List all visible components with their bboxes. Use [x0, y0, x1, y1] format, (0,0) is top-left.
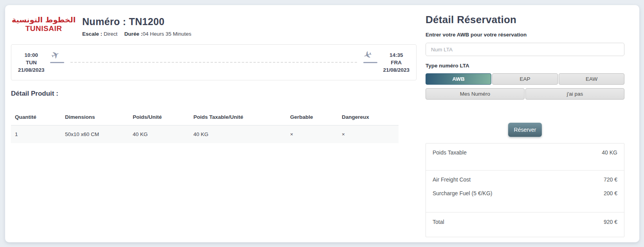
surcharge-fuel-value: 200 € — [604, 190, 617, 196]
departure-time: 10:00 — [18, 51, 45, 59]
cell-dimensions: 50x10 x60 CM — [61, 125, 129, 143]
summary-costs-section: Air Freight Cost 720 € Surcharge Fuel (5… — [426, 171, 624, 212]
logo-arabic-text: الخطوط التونسية — [12, 15, 76, 24]
type-button-eaw[interactable]: EAW — [559, 73, 624, 85]
table-row: 1 50x10 x60 CM 40 KG 40 KG × × — [11, 125, 399, 143]
type-button-eap[interactable]: EAP — [492, 73, 558, 85]
departure-code: TUN — [18, 59, 45, 66]
flight-number-title: Numéro : TN1200 — [82, 16, 191, 27]
cell-quantite: 1 — [11, 125, 61, 143]
plane-takeoff-icon: ✈ — [49, 49, 61, 61]
duree-label: Durée : — [124, 31, 143, 37]
air-freight-value: 720 € — [604, 176, 617, 183]
arrival-code: FRA — [383, 59, 409, 66]
departure-date: 21/08/2023 — [18, 66, 45, 74]
col-header-dangereux: Dangereux — [338, 109, 399, 125]
departure-info: 10:00 TUN 21/08/2023 — [18, 51, 45, 74]
lta-type-button-group-row1: AWB EAP EAW — [426, 73, 624, 85]
col-header-dimensions: Dimensions — [61, 109, 129, 125]
cell-poids-taxable-unite: 40 KG — [189, 125, 286, 143]
awb-instruction-label: Entrer votre AWB pour votre réservation — [426, 32, 624, 38]
lta-type-label: Type numéro LTA — [426, 63, 624, 69]
gerbable-no-icon: × — [286, 125, 338, 143]
reservation-panel: Détail Réservation Entrer votre AWB pour… — [426, 11, 624, 237]
arrival-date: 21/08/2023 — [383, 66, 409, 74]
runway-line — [50, 62, 64, 63]
lta-type-button-group-row2: Mes Numéro j'ai pas — [426, 88, 624, 100]
cell-poids-unite: 40 KG — [129, 125, 189, 143]
lta-number-input[interactable] — [426, 43, 624, 56]
total-label: Total — [433, 219, 444, 225]
duree-value: 04 Heurs 35 Minutes — [143, 31, 191, 37]
product-table-header-row: Quantité Dimensions Poids/Unité Poids Ta… — [11, 109, 399, 125]
surcharge-fuel-label: Surcharge Fuel (5 €/KG) — [433, 190, 492, 196]
poids-taxable-value: 40 KG — [602, 149, 617, 156]
logo-name-text: TUNISAIR — [25, 24, 62, 33]
product-table: Quantité Dimensions Poids/Unité Poids Ta… — [11, 109, 399, 143]
runway-line — [363, 62, 377, 63]
flight-detail-section: الخطوط التونسية TUNISAIR Numéro : TN1200… — [11, 11, 417, 237]
dangereux-no-icon: × — [338, 125, 399, 143]
type-button-mes-numero[interactable]: Mes Numéro — [426, 88, 525, 100]
type-button-jai-pas[interactable]: j'ai pas — [525, 88, 624, 100]
flight-subtitle: Escale : Direct Durée :04 Heurs 35 Minut… — [82, 31, 191, 37]
route-dashed-line — [70, 62, 357, 63]
arrival-time: 14:35 — [383, 51, 409, 59]
col-header-poids-taxable-unite: Poids Taxable/Unité — [189, 109, 286, 125]
summary-weight-section: Poids Taxable 40 KG — [426, 143, 624, 171]
flight-route-box: 10:00 TUN 21/08/2023 ✈ ✈ 14:35 FRA 21/08… — [11, 44, 417, 80]
arrival-info: 14:35 FRA 21/08/2023 — [383, 51, 409, 74]
main-card: الخطوط التونسية TUNISAIR Numéro : TN1200… — [5, 5, 639, 242]
type-button-awb[interactable]: AWB — [426, 73, 491, 85]
escale-label: Escale : — [82, 31, 102, 37]
air-freight-label: Air Freight Cost — [433, 176, 471, 183]
poids-taxable-label: Poids Taxable — [433, 149, 467, 156]
col-header-gerbable: Gerbable — [286, 109, 338, 125]
reservation-title: Détail Réservation — [426, 14, 624, 26]
escale-value: Direct — [104, 31, 117, 37]
cost-summary-card: Poids Taxable 40 KG Air Freight Cost 720… — [426, 143, 624, 237]
product-detail-title: Détail Produit : — [11, 90, 417, 98]
col-header-poids-unite: Poids/Unité — [129, 109, 189, 125]
tunisair-logo: الخطوط التونسية TUNISAIR — [11, 15, 74, 38]
reserve-button[interactable]: Réserver — [508, 123, 542, 137]
summary-total-section: Total 920 € — [426, 212, 624, 237]
plane-landing-icon: ✈ — [363, 49, 374, 61]
col-header-quantite: Quantité — [11, 109, 61, 125]
total-value: 920 € — [604, 219, 617, 225]
